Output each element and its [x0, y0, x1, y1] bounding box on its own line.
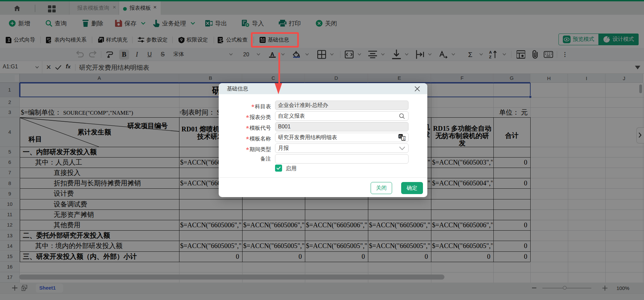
svg-text:文: 文	[402, 137, 406, 140]
